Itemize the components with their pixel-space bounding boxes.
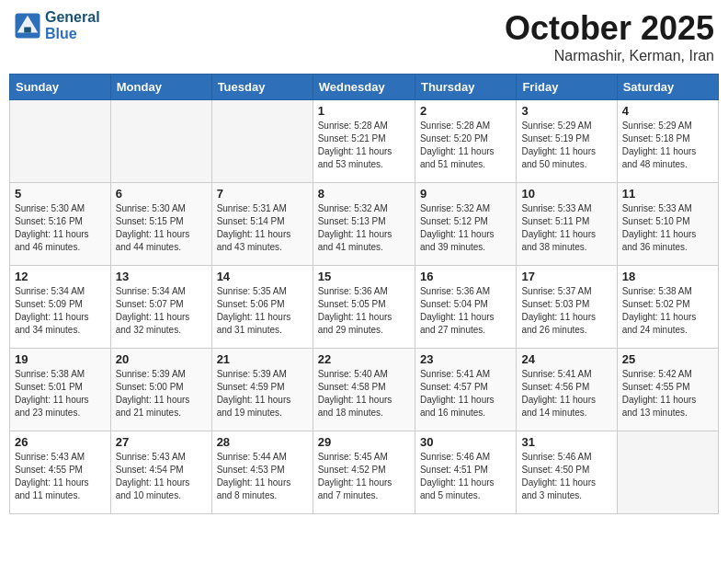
page: General Blue October 2025 Narmashir, Ker… [0, 0, 728, 523]
calendar-week-row: 1Sunrise: 5:28 AM Sunset: 5:21 PM Daylig… [10, 100, 719, 183]
weekday-header: Sunday [10, 75, 111, 100]
calendar-cell: 26Sunrise: 5:43 AM Sunset: 4:55 PM Dayli… [10, 431, 111, 514]
calendar-cell: 4Sunrise: 5:29 AM Sunset: 5:18 PM Daylig… [617, 100, 718, 183]
calendar-week-row: 19Sunrise: 5:38 AM Sunset: 5:01 PM Dayli… [10, 349, 719, 431]
weekday-header: Tuesday [211, 75, 313, 100]
day-info: Sunrise: 5:30 AM Sunset: 5:16 PM Dayligh… [15, 202, 106, 254]
day-info: Sunrise: 5:31 AM Sunset: 5:14 PM Dayligh… [217, 202, 308, 254]
calendar-week-row: 26Sunrise: 5:43 AM Sunset: 4:55 PM Dayli… [10, 431, 719, 514]
day-number: 25 [622, 352, 713, 366]
calendar-cell: 20Sunrise: 5:39 AM Sunset: 5:00 PM Dayli… [110, 349, 211, 431]
day-number: 2 [420, 104, 511, 118]
day-info: Sunrise: 5:32 AM Sunset: 5:13 PM Dayligh… [318, 202, 410, 254]
day-info: Sunrise: 5:41 AM Sunset: 4:56 PM Dayligh… [521, 368, 611, 419]
day-number: 28 [217, 435, 308, 449]
title-area: October 2025 Narmashir, Kerman, Iran [505, 9, 714, 64]
calendar-cell: 25Sunrise: 5:42 AM Sunset: 4:55 PM Dayli… [617, 349, 718, 431]
day-info: Sunrise: 5:34 AM Sunset: 5:07 PM Dayligh… [116, 285, 207, 337]
svg-rect-2 [24, 27, 31, 32]
day-info: Sunrise: 5:38 AM Sunset: 5:01 PM Dayligh… [15, 368, 106, 419]
day-info: Sunrise: 5:34 AM Sunset: 5:09 PM Dayligh… [15, 285, 106, 337]
calendar-cell: 9Sunrise: 5:32 AM Sunset: 5:12 PM Daylig… [415, 183, 516, 266]
location-subtitle: Narmashir, Kerman, Iran [505, 48, 714, 64]
calendar-cell: 11Sunrise: 5:33 AM Sunset: 5:10 PM Dayli… [617, 183, 718, 266]
calendar-cell: 23Sunrise: 5:41 AM Sunset: 4:57 PM Dayli… [415, 349, 516, 431]
weekday-header: Wednesday [313, 75, 415, 100]
calendar-cell: 18Sunrise: 5:38 AM Sunset: 5:02 PM Dayli… [617, 266, 718, 349]
day-info: Sunrise: 5:33 AM Sunset: 5:10 PM Dayligh… [622, 202, 713, 254]
day-info: Sunrise: 5:33 AM Sunset: 5:11 PM Dayligh… [521, 202, 611, 254]
day-info: Sunrise: 5:43 AM Sunset: 4:54 PM Dayligh… [116, 451, 207, 502]
day-number: 1 [318, 104, 410, 118]
logo-text: General Blue [45, 9, 100, 41]
month-title: October 2025 [505, 9, 714, 48]
calendar-cell: 19Sunrise: 5:38 AM Sunset: 5:01 PM Dayli… [10, 349, 111, 431]
day-number: 11 [622, 187, 713, 201]
calendar-cell: 1Sunrise: 5:28 AM Sunset: 5:21 PM Daylig… [313, 100, 415, 183]
day-info: Sunrise: 5:30 AM Sunset: 5:15 PM Dayligh… [116, 202, 207, 254]
calendar-cell: 28Sunrise: 5:44 AM Sunset: 4:53 PM Dayli… [211, 431, 313, 514]
day-number: 3 [521, 104, 611, 118]
day-info: Sunrise: 5:43 AM Sunset: 4:55 PM Dayligh… [15, 451, 106, 502]
day-number: 31 [521, 435, 611, 449]
day-number: 17 [521, 270, 611, 283]
calendar-cell: 5Sunrise: 5:30 AM Sunset: 5:16 PM Daylig… [10, 183, 111, 266]
day-number: 7 [217, 187, 308, 201]
calendar-cell: 27Sunrise: 5:43 AM Sunset: 4:54 PM Dayli… [110, 431, 211, 514]
calendar-cell [211, 100, 313, 183]
day-number: 4 [622, 104, 713, 118]
calendar-cell: 31Sunrise: 5:46 AM Sunset: 4:50 PM Dayli… [517, 431, 617, 514]
day-number: 6 [116, 187, 207, 201]
day-info: Sunrise: 5:42 AM Sunset: 4:55 PM Dayligh… [622, 368, 713, 419]
day-number: 30 [420, 435, 511, 449]
day-info: Sunrise: 5:39 AM Sunset: 5:00 PM Dayligh… [116, 368, 207, 419]
day-number: 26 [15, 435, 106, 449]
day-info: Sunrise: 5:44 AM Sunset: 4:53 PM Dayligh… [217, 451, 308, 502]
day-number: 29 [318, 435, 410, 449]
calendar-week-row: 5Sunrise: 5:30 AM Sunset: 5:16 PM Daylig… [10, 183, 719, 266]
logo: General Blue [14, 9, 100, 41]
calendar-cell: 8Sunrise: 5:32 AM Sunset: 5:13 PM Daylig… [313, 183, 415, 266]
calendar-cell [617, 431, 718, 514]
calendar-cell: 2Sunrise: 5:28 AM Sunset: 5:20 PM Daylig… [415, 100, 516, 183]
calendar-cell: 14Sunrise: 5:35 AM Sunset: 5:06 PM Dayli… [211, 266, 313, 349]
day-info: Sunrise: 5:36 AM Sunset: 5:05 PM Dayligh… [318, 285, 410, 337]
day-number: 21 [217, 352, 308, 366]
weekday-header-row: SundayMondayTuesdayWednesdayThursdayFrid… [10, 75, 719, 100]
weekday-header: Thursday [415, 75, 516, 100]
day-info: Sunrise: 5:40 AM Sunset: 4:58 PM Dayligh… [318, 368, 410, 419]
day-info: Sunrise: 5:46 AM Sunset: 4:51 PM Dayligh… [420, 451, 511, 502]
calendar-cell: 29Sunrise: 5:45 AM Sunset: 4:52 PM Dayli… [313, 431, 415, 514]
calendar-cell: 17Sunrise: 5:37 AM Sunset: 5:03 PM Dayli… [517, 266, 617, 349]
logo-icon [14, 12, 41, 40]
day-number: 12 [15, 270, 106, 283]
day-info: Sunrise: 5:29 AM Sunset: 5:19 PM Dayligh… [521, 120, 611, 171]
day-number: 16 [420, 270, 511, 283]
weekday-header: Friday [517, 75, 617, 100]
calendar-cell [110, 100, 211, 183]
day-info: Sunrise: 5:46 AM Sunset: 4:50 PM Dayligh… [521, 451, 611, 502]
day-info: Sunrise: 5:35 AM Sunset: 5:06 PM Dayligh… [217, 285, 308, 337]
day-info: Sunrise: 5:38 AM Sunset: 5:02 PM Dayligh… [622, 285, 713, 337]
day-info: Sunrise: 5:39 AM Sunset: 4:59 PM Dayligh… [217, 368, 308, 419]
day-info: Sunrise: 5:36 AM Sunset: 5:04 PM Dayligh… [420, 285, 511, 337]
calendar-cell: 16Sunrise: 5:36 AM Sunset: 5:04 PM Dayli… [415, 266, 516, 349]
calendar-cell: 7Sunrise: 5:31 AM Sunset: 5:14 PM Daylig… [211, 183, 313, 266]
calendar-cell [10, 100, 111, 183]
day-number: 9 [420, 187, 511, 201]
day-info: Sunrise: 5:41 AM Sunset: 4:57 PM Dayligh… [420, 368, 511, 419]
day-info: Sunrise: 5:45 AM Sunset: 4:52 PM Dayligh… [318, 451, 410, 502]
calendar-cell: 30Sunrise: 5:46 AM Sunset: 4:51 PM Dayli… [415, 431, 516, 514]
calendar-cell: 3Sunrise: 5:29 AM Sunset: 5:19 PM Daylig… [517, 100, 617, 183]
day-info: Sunrise: 5:28 AM Sunset: 5:21 PM Dayligh… [318, 120, 410, 171]
day-number: 14 [217, 270, 308, 283]
day-number: 24 [521, 352, 611, 366]
calendar-cell: 21Sunrise: 5:39 AM Sunset: 4:59 PM Dayli… [211, 349, 313, 431]
day-info: Sunrise: 5:32 AM Sunset: 5:12 PM Dayligh… [420, 202, 511, 254]
calendar-cell: 22Sunrise: 5:40 AM Sunset: 4:58 PM Dayli… [313, 349, 415, 431]
calendar-week-row: 12Sunrise: 5:34 AM Sunset: 5:09 PM Dayli… [10, 266, 719, 349]
day-number: 13 [116, 270, 207, 283]
day-number: 5 [15, 187, 106, 201]
calendar-cell: 15Sunrise: 5:36 AM Sunset: 5:05 PM Dayli… [313, 266, 415, 349]
day-number: 15 [318, 270, 410, 283]
